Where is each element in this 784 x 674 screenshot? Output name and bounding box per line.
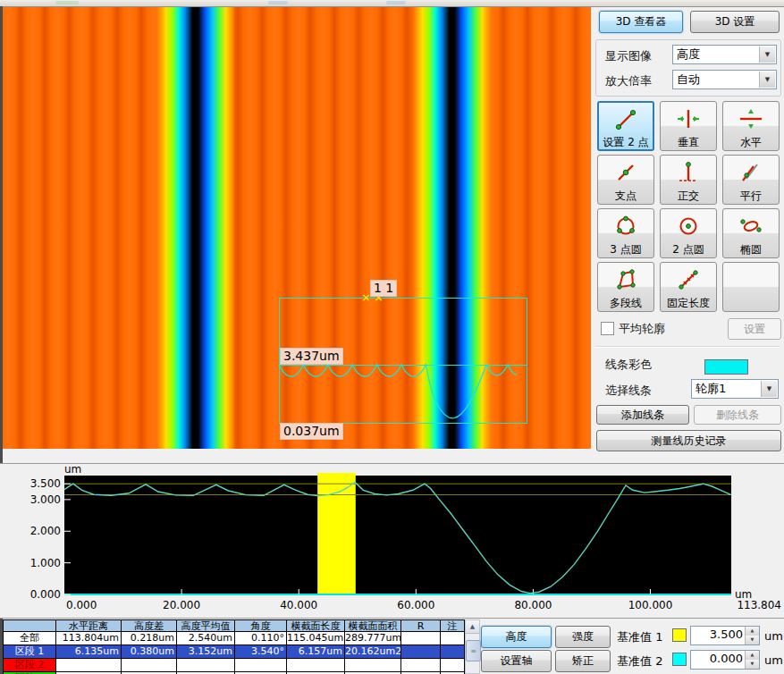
ref1-label: 基准值 1 [617,629,662,645]
tool-button-pivot[interactable]: 支点 [597,155,654,205]
delete-line-label: 删除线条 [716,408,759,423]
set-axis-label: 设置轴 [501,653,533,669]
display-image-value: 高度 [673,46,758,63]
top-toolbar-sliver [0,0,784,7]
table-cell: 289.777um2 [345,632,401,645]
tool-button-orthogonal[interactable]: 正交 [660,155,717,205]
chevron-down-icon: ▼ [759,72,775,88]
column-header: 横截面面积 [345,619,401,632]
delete-line-button[interactable]: 删除线条 [694,405,781,425]
table-cell [401,645,441,659]
table-cell [56,659,122,672]
tool-button-fixed-length[interactable]: 固定长度 [660,262,717,312]
row-label[interactable]: 全部 [4,632,56,645]
table-row[interactable]: 全部113.804um0.218um2.540um0.110°115.045um… [4,632,466,645]
chevron-down-icon: ▼ [759,46,775,63]
line-color-swatch[interactable] [704,359,748,375]
toolbar-sliver-icon [268,1,288,4]
table-cell [441,632,465,645]
add-line-button[interactable]: 添加线条 [596,405,689,425]
tool-button-label: 椭圆 [740,243,762,256]
line-color-label: 线条彩色 [605,357,652,373]
display-image-dropdown[interactable]: 高度 ▼ [672,45,777,64]
ref1-value-spinner[interactable]: 3.500 ▲ ▼ [690,626,760,645]
spinner-up-icon[interactable]: ▲ [746,627,759,636]
y-tick-label: 0.000 [30,588,61,601]
table-cell [441,659,465,672]
tab-3d-settings-label: 3D 设置 [715,14,755,29]
select-line-dropdown[interactable]: 轮廓1 ▼ [691,379,779,399]
row-label[interactable]: 区段 2 [4,659,56,672]
measure-history-button[interactable]: 测量线历史记录 [596,430,781,451]
scrollbar-thumb[interactable]: ≡ [466,640,481,661]
ref2-unit: um [764,653,783,667]
tool-button-circle-3pt[interactable]: 3 点圆 [597,208,654,258]
table-header-row: 水平距离高度差高度平均值角度横截面长度横截面面积R注 [4,619,466,632]
ref1-unit: um [764,629,783,643]
ref2-value-spinner[interactable]: 0.000 ▲ ▼ [690,650,760,670]
ref2-color-swatch[interactable] [672,653,687,666]
app-window: × × 1 1 3.437um 0.037um 3D 查看器 3D 设置 显示图… [0,0,784,674]
table-scrollbar[interactable]: ▲ ≡ [465,619,480,674]
height-map-view[interactable]: × × 1 1 3.437um 0.037um [3,7,591,449]
set-axis-button[interactable]: 设置轴 [481,650,552,672]
tab-3d-settings[interactable]: 3D 设置 [690,11,780,33]
x-axis-unit: um [735,588,752,601]
tool-button-vertical[interactable]: 垂直 [660,101,717,151]
selected-segment-highlight[interactable] [317,473,356,594]
average-profile-label: 平均轮廓 [619,321,665,337]
tool-button-label: 多段线 [610,297,642,309]
horizontal-icon [738,102,763,136]
table-row[interactable]: 区段 16.135um0.380um3.152um3.540°6.157um20… [4,645,466,659]
x-tick-label: 100.000 [628,599,673,611]
intensity-mode-label: 强度 [572,629,594,645]
column-header: 横截面长度 [287,619,345,632]
ref2-value: 0.000 [691,651,745,669]
tool-button-horizontal[interactable]: 水平 [722,101,780,151]
vertical-icon [676,102,701,136]
table-cell: 0.218um [122,632,177,645]
table-cell [441,645,465,659]
table-cell: 20.162um2 [345,645,401,659]
table-cell: 6.157um [287,645,345,659]
average-profile-checkbox[interactable] [601,322,614,335]
y-tick-label: 2.000 [30,525,61,537]
toolbar-sliver-icon [386,1,406,4]
profile-chart[interactable]: 3.5003.0002.0001.0000.0000.00020.00040.0… [0,464,784,616]
tool-button-ellipse[interactable]: 椭圆 [722,208,780,258]
column-header: 水平距离 [56,619,122,632]
spinner-down-icon[interactable]: ▼ [746,636,759,645]
spinner-buttons: ▲ ▼ [745,627,759,645]
tool-button-two-point-line[interactable]: 设置 2 点 [597,101,654,151]
ref1-value: 3.500 [691,627,745,645]
tool-button-parallel[interactable]: 平行 [722,155,780,205]
y-tick-label: 1.000 [30,557,61,569]
y-axis-unit: um [64,464,81,476]
ref1-color-swatch[interactable] [672,628,687,642]
table-cell [401,632,441,645]
table-cell: 3.540° [235,645,287,659]
y-tick-label: 3.500 [30,477,61,490]
tool-button-polyline[interactable]: 多段线 [597,262,654,312]
tool-button-circle-2pt[interactable]: 2 点圆 [660,208,717,258]
intensity-mode-button[interactable]: 强度 [555,626,611,648]
height-mode-label: 高度 [506,629,527,645]
table-cell [122,659,177,672]
table-row[interactable]: 区段 2 [4,659,466,672]
column-header: 高度差 [122,619,177,632]
tool-button-label: 设置 2 点 [603,136,648,148]
chevron-down-icon: ▼ [761,381,777,397]
parallel-icon [738,156,763,190]
measurement-table[interactable]: 水平距离高度差高度平均值角度横截面长度横截面面积R注全部113.804um0.2… [3,619,466,674]
scrollbar-up-icon[interactable]: ▲ [466,620,479,634]
table-cell [177,659,235,672]
magnification-dropdown[interactable]: 自动 ▼ [672,70,777,89]
correction-button[interactable]: 矫正 [555,650,611,672]
height-mode-button[interactable]: 高度 [481,626,552,648]
row-label[interactable]: 区段 1 [4,645,56,659]
profile-settings-button[interactable]: 设置 [728,318,781,340]
spinner-up-icon[interactable]: ▲ [746,651,759,660]
tab-3d-viewer[interactable]: 3D 查看器 [599,11,683,33]
add-line-label: 添加线条 [621,408,664,423]
spinner-down-icon[interactable]: ▼ [746,660,759,669]
